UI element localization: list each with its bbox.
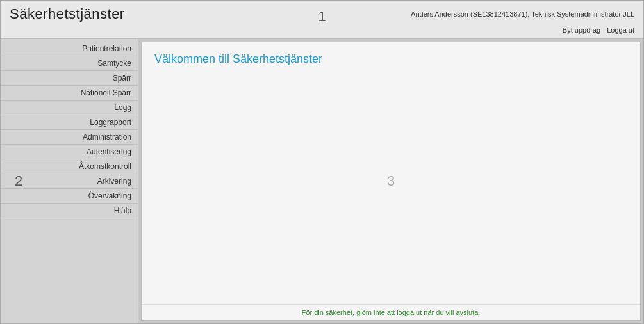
user-info: Anders Andersson (SE13812413871), Teknis… (411, 10, 634, 18)
main-content: Välkommen till Säkerhetstjänster 3 För d… (141, 42, 641, 321)
sidebar-item-hjalp[interactable]: Hjälp (1, 204, 138, 218)
header: Säkerhetstjänster Anders Andersson (SE13… (1, 1, 643, 39)
sidebar-item-samtycke[interactable]: Samtycke (1, 56, 138, 71)
footer: För din säkerhet, glöm inte att logga ut… (142, 304, 640, 320)
sidebar-item-sparr[interactable]: Spärr (1, 71, 138, 86)
sidebar-item-nationell-sparr[interactable]: Nationell Spärr (1, 86, 138, 101)
footer-text: För din säkerhet, glöm inte att logga ut… (302, 309, 481, 316)
sidebar: Patientrelation Samtycke Spärr Nationell… (1, 39, 138, 323)
sidebar-item-autentisering[interactable]: Autentisering (1, 145, 138, 159)
sidebar-item-loggrapport[interactable]: Loggrapport (1, 115, 138, 130)
sidebar-item-arkivering[interactable]: Arkivering (1, 174, 138, 189)
app-title: Säkerhetstjänster (10, 6, 125, 22)
sidebar-item-patientrelation[interactable]: Patientrelation (1, 42, 138, 56)
sidebar-item-administration[interactable]: Administration (1, 130, 138, 145)
welcome-title: Välkommen till Säkerhetstjänster (154, 53, 627, 66)
byt-uppdrag-link[interactable]: Byt uppdrag (563, 26, 600, 34)
sidebar-item-logg[interactable]: Logg (1, 101, 138, 115)
logga-ut-link[interactable]: Logga ut (607, 26, 634, 34)
sidebar-item-atkomstkontroll[interactable]: Åtkomstkontroll (1, 159, 138, 174)
sidebar-item-overvakning[interactable]: Övervakning (1, 189, 138, 204)
